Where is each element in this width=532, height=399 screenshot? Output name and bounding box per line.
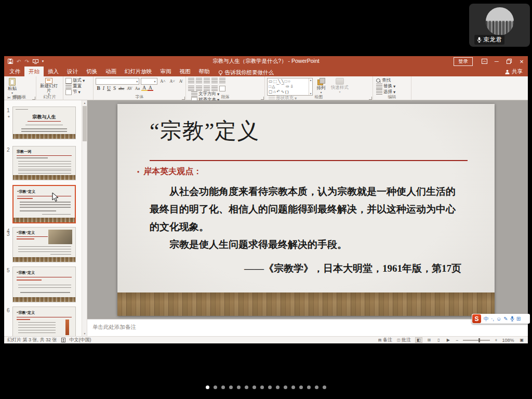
scrollbar-thumb[interactable]	[83, 106, 87, 141]
zoom-in-button[interactable]: +	[495, 338, 497, 343]
share-button[interactable]: 共享	[505, 68, 523, 75]
minimize-button[interactable]: ─	[490, 56, 503, 66]
slide-attribution[interactable]: ——《宗教学》，日本大明堂，1961年版，第17页	[150, 262, 461, 275]
tab-insert[interactable]: 插入	[44, 66, 63, 76]
slide-sorter-view-button[interactable]: ⊞	[427, 338, 432, 342]
accessibility-icon[interactable]	[61, 338, 65, 342]
page-dot-15[interactable]	[315, 385, 318, 389]
quick-styles-button[interactable]: 快速样式 ▾	[329, 78, 350, 95]
slide-paragraph-1[interactable]: 从社会功能角度来看待宗教本质，认为宗教就是一种使人们生活的最终目的明了化、相信人…	[150, 183, 461, 236]
slide-canvas[interactable]: “宗教”定义 • 岸本英夫观点： 从社会功能角度来看待宗教本质，认为宗教就是一种…	[117, 104, 495, 316]
slide-thumbnail-2[interactable]: 宗教一词	[12, 146, 76, 180]
line-spacing-button[interactable]	[219, 78, 225, 84]
sogou-logo[interactable]: S	[472, 314, 481, 323]
strikethrough-button[interactable]: abc	[117, 86, 126, 91]
slide-title[interactable]: “宗教”定义	[150, 116, 259, 145]
input-mode-icon[interactable]: 中	[484, 314, 489, 323]
emoji-icon[interactable]: ☺	[496, 314, 501, 323]
reset-button[interactable]: 重置	[65, 84, 85, 89]
page-dot-7[interactable]	[252, 385, 256, 389]
zoom-out-button[interactable]: −	[456, 338, 458, 343]
save-button[interactable]	[8, 59, 13, 64]
find-button[interactable]: 查找	[376, 78, 395, 83]
underline-button[interactable]: U	[106, 86, 112, 91]
close-button[interactable]: ×	[515, 56, 528, 66]
comments-toggle-button[interactable]: ◫ 批注	[397, 337, 411, 343]
qat-customize-dropdown[interactable]: ▾	[42, 59, 44, 63]
page-dot-11[interactable]	[284, 385, 287, 389]
toolbox-icon[interactable]: ⊞	[516, 314, 521, 323]
notes-pane[interactable]: 单击此处添加备注	[87, 319, 528, 336]
page-dot-10[interactable]	[276, 385, 280, 389]
start-slideshow-button[interactable]	[33, 59, 38, 64]
slide-thumbnail-3-selected[interactable]: “宗教”定义	[12, 185, 76, 223]
section-button[interactable]: 节▾	[65, 89, 85, 95]
zoom-slider[interactable]	[463, 340, 490, 341]
tab-file[interactable]: 文件	[5, 66, 24, 76]
clear-formatting-button[interactable]: A̸	[178, 79, 183, 84]
new-slide-button[interactable]: 新建幻灯片 ▾	[38, 78, 59, 95]
tab-help[interactable]: 帮助	[195, 66, 214, 76]
page-dot-2[interactable]	[214, 385, 217, 389]
language-button[interactable]: 中文(中国)	[70, 337, 91, 343]
tab-view[interactable]: 视图	[176, 66, 195, 76]
slide-paragraph-2[interactable]: 宗教是使人生问题求得最终解决的手段。	[150, 238, 461, 251]
page-dot-16[interactable]	[323, 385, 326, 389]
font-name-select[interactable]: ▾	[96, 78, 139, 85]
slide-thumbnail-6[interactable]: “宗教”定义	[12, 307, 76, 336]
page-dot-5[interactable]	[237, 385, 241, 389]
thumbnail-scrollbar[interactable]: ▲ ▼	[82, 100, 87, 336]
grow-font-button[interactable]: A˄	[159, 79, 167, 84]
page-dot-13[interactable]	[299, 385, 303, 389]
layout-button[interactable]: 版式▾	[65, 78, 85, 83]
tab-review[interactable]: 审阅	[156, 66, 176, 76]
undo-button[interactable]: ↶	[17, 59, 21, 64]
decrease-indent-button[interactable]	[204, 78, 210, 84]
zoom-slider-thumb[interactable]	[478, 338, 480, 342]
columns-button[interactable]	[219, 86, 225, 91]
bold-button[interactable]: B	[96, 86, 101, 91]
text-shadow-button[interactable]: S	[112, 86, 117, 91]
shrink-font-button[interactable]: A˅	[168, 79, 176, 84]
slide-thumbnail-4[interactable]: “宗教”定义	[12, 227, 76, 262]
tell-me-box[interactable]: 告诉我你想要做什么	[214, 69, 278, 76]
shape-gallery[interactable]: ▭⬚╲╲□○ □△⌒⌒⇨⇩ ▢⌂↶∿() ▲ ▼	[267, 78, 313, 96]
slideshow-view-button[interactable]: ▶	[446, 338, 451, 342]
bullets-button[interactable]	[188, 78, 194, 84]
tab-slideshow[interactable]: 幻灯片放映	[121, 66, 156, 76]
increase-indent-button[interactable]	[211, 78, 218, 84]
page-dot-1[interactable]	[206, 385, 209, 389]
voice-input-icon[interactable]	[510, 316, 514, 322]
handwriting-pen-icon[interactable]: ✎	[503, 314, 508, 323]
redo-button[interactable]: ↷	[24, 59, 29, 64]
scroll-down-arrow[interactable]: ▼	[82, 331, 87, 336]
ribbon-display-options-button[interactable]	[478, 56, 490, 66]
replace-button[interactable]: 替换▾	[376, 84, 395, 89]
slide-thumbnail-5[interactable]: “宗教”定义	[12, 267, 76, 302]
normal-view-button[interactable]: ◧	[416, 338, 422, 342]
fit-slide-button[interactable]: ▣	[518, 338, 525, 342]
paste-button[interactable]: 粘贴 ▾	[6, 78, 18, 95]
restore-button[interactable]	[503, 56, 515, 66]
shape-gallery-scroll[interactable]: ▲ ▼	[309, 78, 312, 95]
zoom-level[interactable]: 108%	[502, 338, 514, 343]
page-dot-3[interactable]	[221, 385, 225, 389]
slide-heading[interactable]: • 岸本英夫观点：	[137, 166, 202, 177]
character-spacing-button[interactable]: AV	[126, 86, 134, 91]
scroll-up-arrow[interactable]: ▲	[82, 100, 87, 105]
page-dot-14[interactable]	[307, 385, 311, 389]
slide-thumbnail-1[interactable]: 宗教与人生	[12, 107, 76, 139]
change-case-button[interactable]: Aa	[134, 86, 141, 91]
notes-toggle-button[interactable]: ▤ 备注	[378, 337, 392, 343]
italic-button[interactable]: I	[101, 86, 105, 91]
highlight-color-button[interactable]: A	[141, 86, 148, 91]
reading-view-button[interactable]: ▯	[436, 338, 441, 342]
font-color-button[interactable]: A	[148, 86, 154, 91]
page-dot-8[interactable]	[260, 385, 264, 389]
tab-design[interactable]: 设计	[63, 66, 82, 76]
sign-in-button[interactable]: 登录	[454, 57, 473, 66]
font-size-select[interactable]: ▾	[141, 78, 157, 85]
tab-home[interactable]: 开始	[24, 66, 44, 76]
page-dot-12[interactable]	[291, 385, 295, 389]
punctuation-icon[interactable]: ·,	[491, 314, 494, 323]
